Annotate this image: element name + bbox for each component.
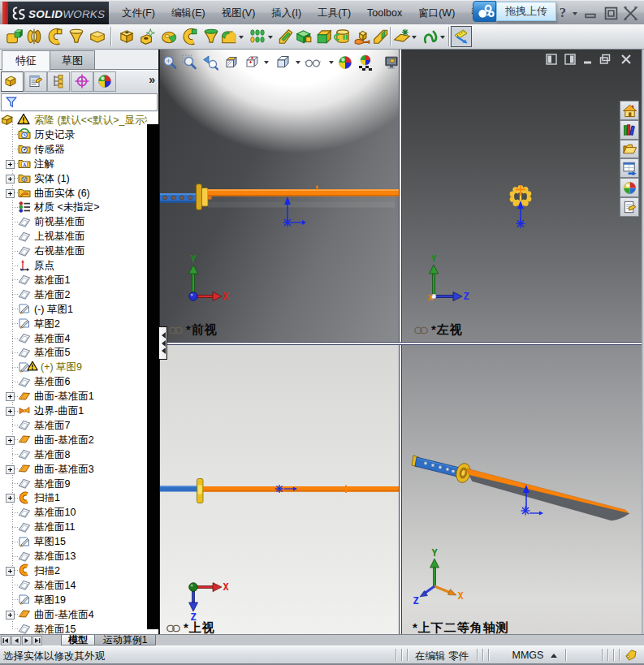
tree-item[interactable]: 曲面实体 (6) (0, 185, 147, 200)
tree-item[interactable]: 基准面14 (0, 577, 147, 592)
units-caret-icon[interactable] (551, 654, 557, 658)
tree-scrollbar-strip[interactable] (147, 124, 159, 629)
tree-item[interactable]: 曲面-基准面2 (0, 432, 147, 447)
tree-item[interactable]: 基准面9 (0, 476, 147, 490)
tree-item[interactable]: 边界-曲面1 (0, 404, 147, 418)
tree-item[interactable]: 上视基准面 (0, 229, 147, 244)
help-question-icon[interactable]: ? (557, 5, 568, 20)
tree-item[interactable]: 基准面15 (0, 621, 147, 634)
child-close-icon[interactable] (620, 54, 632, 65)
tree-item[interactable]: 基准面11 (0, 520, 147, 534)
tree-expander-icon[interactable] (6, 465, 15, 474)
shell-icon[interactable] (295, 28, 313, 45)
tree-item[interactable]: 索隆 (默认<<默认>_显示状态 (0, 113, 147, 127)
tree-item[interactable]: 材质 <未指定> (0, 200, 147, 214)
boundary-boss-icon[interactable] (89, 28, 106, 45)
rib-icon[interactable] (315, 28, 333, 45)
tree-item[interactable]: 基准面7 (0, 417, 147, 432)
tree-item[interactable]: 草图2 (0, 316, 147, 330)
tree-item[interactable]: (-) 草图1 (0, 301, 147, 316)
cloud-share-icon[interactable] (473, 1, 496, 22)
close-icon[interactable] (623, 6, 638, 20)
tab-first-button[interactable] (1, 636, 11, 646)
splitter-arrow-icon[interactable] (162, 332, 166, 339)
wrap-icon[interactable] (334, 28, 352, 45)
lofted-cut-icon[interactable] (202, 28, 220, 45)
displaymanager-button[interactable] (93, 71, 116, 92)
tree-expander-icon[interactable] (6, 611, 15, 620)
edit-state[interactable]: 在编辑 零件 (409, 650, 474, 663)
menu-item-6[interactable]: Toolbox (359, 1, 410, 25)
instant3d-toggle[interactable] (451, 26, 472, 47)
panel-expand-button[interactable]: » (149, 73, 155, 86)
viewport-left[interactable] (402, 50, 642, 342)
tree-item[interactable]: 基准面2 (0, 287, 147, 301)
tree-item[interactable]: 扫描2 (0, 563, 147, 577)
help-caret-icon[interactable] (573, 12, 577, 15)
tab-sketch[interactable]: 草图 (50, 50, 95, 70)
appearances-scenes-tab[interactable] (620, 178, 639, 197)
doc-tab-model[interactable]: 模型 (61, 635, 95, 646)
tree-item[interactable]: 传感器 (0, 141, 147, 156)
view-palette-tab[interactable] (620, 158, 639, 178)
tree-item[interactable]: 基准面6 (0, 374, 147, 389)
child-restore-icon[interactable] (599, 54, 611, 65)
tree-filter-input[interactable] (1, 93, 158, 111)
tree-item[interactable]: 基准面4 (0, 330, 147, 345)
lofted-boss-icon[interactable] (67, 28, 85, 45)
tree-item[interactable]: 实体 (1) (0, 171, 147, 185)
tab-next-button[interactable] (22, 636, 32, 646)
menu-item-3[interactable]: 视图(V) (214, 1, 264, 25)
swept-cut-icon[interactable] (181, 28, 199, 45)
tree-expander-icon[interactable] (6, 160, 15, 169)
tree-item[interactable]: 基准面8 (0, 447, 147, 461)
tab-last-button[interactable] (32, 636, 42, 646)
dome-icon[interactable] (353, 28, 371, 45)
tree-item[interactable]: 原点 (0, 258, 147, 273)
tree-item[interactable]: 扫描1 (0, 490, 147, 505)
revolved-cut-icon[interactable] (160, 28, 178, 45)
toolbar-dropdown-caret[interactable] (440, 36, 445, 39)
toolbar-dropdown-caret[interactable] (239, 36, 244, 39)
drag-upload-label[interactable]: 拖拽上传 (496, 2, 556, 21)
tree-item[interactable]: 前视基准面 (0, 214, 147, 229)
tree-expander-icon[interactable] (6, 494, 15, 503)
tree-item[interactable]: 曲面-基准面1 (0, 389, 147, 404)
menu-item-1[interactable]: 文件(F) (114, 1, 163, 25)
swept-boss-icon[interactable] (46, 28, 64, 45)
tree-item[interactable]: 基准面13 (0, 549, 147, 564)
fillet-icon[interactable] (220, 28, 238, 45)
doc-tab-motion-study[interactable]: 运动算例1 (94, 635, 156, 646)
dimxpert-button[interactable] (71, 71, 93, 92)
viewport-top[interactable] (160, 345, 399, 634)
tree-item[interactable]: 草图15 (0, 534, 147, 549)
file-explorer-tab[interactable] (620, 140, 639, 159)
featuremanager-tree-button[interactable] (1, 71, 24, 92)
tree-item[interactable]: 曲面-基准面3 (0, 461, 147, 476)
tree-item[interactable]: 曲面-基准面4 (0, 607, 147, 621)
splitter-arrow-icon[interactable] (162, 348, 166, 354)
horizontal-splitter[interactable] (159, 342, 642, 345)
toolbar-dropdown-caret[interactable] (268, 36, 273, 39)
tag-icon[interactable] (624, 648, 638, 662)
custom-properties-tab[interactable] (620, 197, 639, 217)
tree-item[interactable]: A注解 (0, 156, 147, 171)
mirror-icon[interactable] (372, 28, 390, 45)
restore-icon[interactable] (604, 6, 618, 20)
drag-upload-overlay[interactable]: 拖拽上传 (473, 1, 556, 22)
revolved-boss-icon[interactable] (25, 28, 43, 45)
tree-item[interactable]: 基准面10 (0, 505, 147, 520)
tab-prev-button[interactable] (11, 636, 21, 646)
viewport-isometric[interactable] (402, 345, 642, 634)
menu-item-2[interactable]: 编辑(E) (163, 1, 214, 25)
tree-expander-icon[interactable] (6, 189, 15, 198)
design-library-tab[interactable] (620, 120, 639, 140)
tree-item[interactable]: 基准面1 (0, 272, 147, 287)
menu-item-4[interactable]: 插入(I) (263, 1, 309, 25)
draft-icon[interactable] (277, 28, 295, 45)
tree-item[interactable]: 右视基准面 (0, 244, 147, 258)
propertymanager-button[interactable] (24, 71, 47, 92)
reference-geometry-icon[interactable] (393, 28, 411, 45)
curves-icon[interactable] (421, 28, 439, 45)
tree-item[interactable]: 基准面5 (0, 345, 147, 360)
